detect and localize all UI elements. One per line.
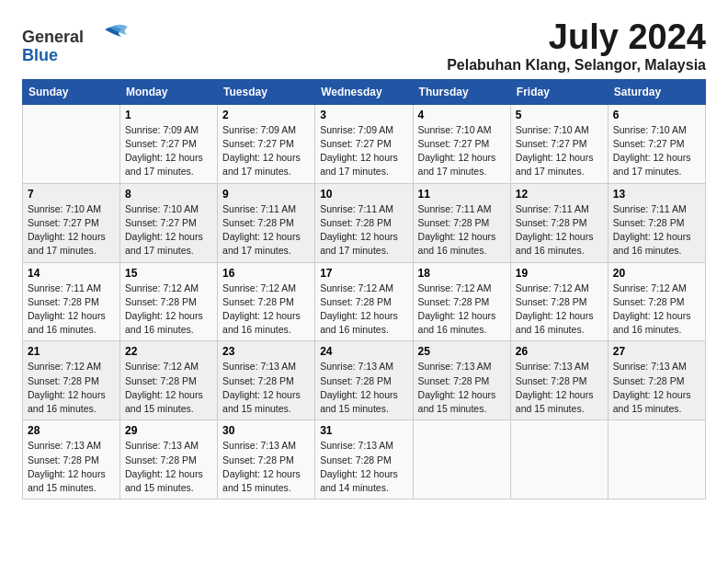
day-info: Daylight: 12 hours and 16 minutes. <box>516 230 603 258</box>
day-info: Sunset: 7:28 PM <box>516 295 603 309</box>
day-number: 22 <box>125 345 212 358</box>
calendar-cell: 29Sunrise: 7:13 AMSunset: 7:28 PMDayligh… <box>120 420 218 500</box>
calendar-cell: 19Sunrise: 7:12 AMSunset: 7:28 PMDayligh… <box>510 262 608 341</box>
day-info: Daylight: 12 hours and 16 minutes. <box>418 309 506 337</box>
day-number: 7 <box>28 188 115 201</box>
calendar-cell: 4Sunrise: 7:10 AMSunset: 7:27 PMDaylight… <box>413 104 510 183</box>
day-info: Sunset: 7:28 PM <box>222 454 310 467</box>
weekday-header-tuesday: Tuesday <box>218 79 315 104</box>
day-info: Sunset: 7:28 PM <box>613 295 700 309</box>
day-info: Sunrise: 7:12 AM <box>320 282 407 295</box>
day-info: Sunset: 7:28 PM <box>418 374 506 388</box>
day-number: 6 <box>613 109 700 121</box>
day-info: Daylight: 12 hours and 16 minutes. <box>28 309 115 337</box>
day-info: Sunrise: 7:11 AM <box>613 202 700 216</box>
day-info: Daylight: 12 hours and 16 minutes. <box>28 388 115 416</box>
day-info: Sunrise: 7:10 AM <box>125 202 212 216</box>
calendar-cell: 31Sunrise: 7:13 AMSunset: 7:28 PMDayligh… <box>315 420 413 500</box>
day-info: Sunset: 7:28 PM <box>28 295 115 309</box>
calendar-cell: 8Sunrise: 7:10 AMSunset: 7:27 PMDaylight… <box>120 183 218 262</box>
calendar-cell: 22Sunrise: 7:12 AMSunset: 7:28 PMDayligh… <box>120 341 218 420</box>
day-info: Daylight: 12 hours and 17 minutes. <box>222 151 310 178</box>
day-info: Daylight: 12 hours and 15 minutes. <box>613 388 700 416</box>
calendar-cell: 3Sunrise: 7:09 AMSunset: 7:27 PMDaylight… <box>315 104 413 183</box>
day-info: Sunrise: 7:13 AM <box>613 360 700 373</box>
day-info: Sunset: 7:28 PM <box>320 454 407 467</box>
day-info: Sunrise: 7:13 AM <box>320 360 407 373</box>
day-number: 21 <box>28 345 115 358</box>
day-info: Sunset: 7:28 PM <box>125 454 212 467</box>
calendar-cell: 11Sunrise: 7:11 AMSunset: 7:28 PMDayligh… <box>413 183 510 262</box>
day-info: Daylight: 12 hours and 17 minutes. <box>516 151 603 178</box>
day-number: 15 <box>125 267 212 280</box>
day-info: Sunrise: 7:13 AM <box>418 360 506 373</box>
calendar-cell: 27Sunrise: 7:13 AMSunset: 7:28 PMDayligh… <box>608 341 705 420</box>
header: General Blue July 2024 Pelabuhan Klang, … <box>22 18 706 74</box>
day-info: Sunset: 7:28 PM <box>222 216 310 230</box>
logo: General Blue <box>22 22 132 72</box>
day-info: Sunset: 7:27 PM <box>613 137 700 151</box>
day-info: Sunrise: 7:09 AM <box>320 123 407 137</box>
day-info: Sunrise: 7:13 AM <box>516 360 603 373</box>
day-info: Daylight: 12 hours and 17 minutes. <box>613 151 700 178</box>
calendar-cell: 1Sunrise: 7:09 AMSunset: 7:27 PMDaylight… <box>120 104 218 183</box>
weekday-header-monday: Monday <box>120 79 218 104</box>
calendar-cell <box>510 420 608 500</box>
calendar-cell: 18Sunrise: 7:12 AMSunset: 7:28 PMDayligh… <box>413 262 510 341</box>
day-info: Sunrise: 7:12 AM <box>613 282 700 295</box>
calendar-cell: 24Sunrise: 7:13 AMSunset: 7:28 PMDayligh… <box>315 341 413 420</box>
calendar-cell: 12Sunrise: 7:11 AMSunset: 7:28 PMDayligh… <box>510 183 608 262</box>
day-info: Sunset: 7:28 PM <box>222 295 310 309</box>
day-number: 28 <box>28 424 115 437</box>
day-number: 3 <box>320 109 407 121</box>
calendar-cell <box>413 420 510 500</box>
day-number: 1 <box>125 109 212 121</box>
calendar-cell: 10Sunrise: 7:11 AMSunset: 7:28 PMDayligh… <box>315 183 413 262</box>
day-info: Sunset: 7:27 PM <box>125 216 212 230</box>
day-info: Sunrise: 7:13 AM <box>28 439 115 453</box>
calendar-table: SundayMondayTuesdayWednesdayThursdayFrid… <box>22 79 706 500</box>
day-info: Sunrise: 7:09 AM <box>125 123 212 137</box>
day-info: Sunrise: 7:12 AM <box>28 360 115 373</box>
day-info: Daylight: 12 hours and 15 minutes. <box>28 467 115 495</box>
day-info: Daylight: 12 hours and 17 minutes. <box>320 230 407 258</box>
calendar-cell: 25Sunrise: 7:13 AMSunset: 7:28 PMDayligh… <box>413 341 510 420</box>
day-number: 8 <box>125 188 212 201</box>
day-info: Daylight: 12 hours and 17 minutes. <box>125 151 212 178</box>
day-info: Daylight: 12 hours and 15 minutes. <box>125 388 212 416</box>
day-info: Sunrise: 7:10 AM <box>418 123 506 137</box>
day-info: Sunrise: 7:11 AM <box>28 282 115 295</box>
day-number: 25 <box>418 345 506 358</box>
calendar-cell: 23Sunrise: 7:13 AMSunset: 7:28 PMDayligh… <box>218 341 315 420</box>
day-info: Sunrise: 7:09 AM <box>222 123 310 137</box>
calendar-cell: 6Sunrise: 7:10 AMSunset: 7:27 PMDaylight… <box>608 104 705 183</box>
day-info: Sunrise: 7:13 AM <box>125 439 212 453</box>
weekday-header-friday: Friday <box>510 79 608 104</box>
day-info: Sunrise: 7:11 AM <box>418 202 506 216</box>
day-info: Daylight: 12 hours and 15 minutes. <box>418 388 506 416</box>
day-info: Sunset: 7:28 PM <box>613 374 700 388</box>
day-info: Sunrise: 7:11 AM <box>320 202 407 216</box>
day-info: Sunset: 7:28 PM <box>320 216 407 230</box>
calendar-cell <box>608 420 705 500</box>
day-info: Daylight: 12 hours and 16 minutes. <box>222 309 310 337</box>
day-number: 24 <box>320 345 407 358</box>
calendar-cell: 14Sunrise: 7:11 AMSunset: 7:28 PMDayligh… <box>23 262 120 341</box>
day-info: Daylight: 12 hours and 15 minutes. <box>516 388 603 416</box>
day-info: Daylight: 12 hours and 17 minutes. <box>125 230 212 258</box>
calendar-cell: 26Sunrise: 7:13 AMSunset: 7:28 PMDayligh… <box>510 341 608 420</box>
day-info: Sunset: 7:28 PM <box>320 295 407 309</box>
day-info: Sunset: 7:28 PM <box>320 374 407 388</box>
calendar-cell: 28Sunrise: 7:13 AMSunset: 7:28 PMDayligh… <box>23 420 120 500</box>
day-info: Sunset: 7:28 PM <box>516 374 603 388</box>
day-info: Sunset: 7:28 PM <box>125 374 212 388</box>
title-area: July 2024 Pelabuhan Klang, Selangor, Mal… <box>447 18 706 74</box>
day-info: Sunrise: 7:12 AM <box>418 282 506 295</box>
day-info: Daylight: 12 hours and 14 minutes. <box>320 467 407 495</box>
week-row-5: 28Sunrise: 7:13 AMSunset: 7:28 PMDayligh… <box>23 420 706 500</box>
day-info: Daylight: 12 hours and 17 minutes. <box>222 230 310 258</box>
day-info: Sunrise: 7:13 AM <box>222 360 310 373</box>
calendar-title: July 2024 <box>447 18 706 57</box>
day-number: 13 <box>613 188 700 201</box>
day-info: Sunset: 7:27 PM <box>418 137 506 151</box>
